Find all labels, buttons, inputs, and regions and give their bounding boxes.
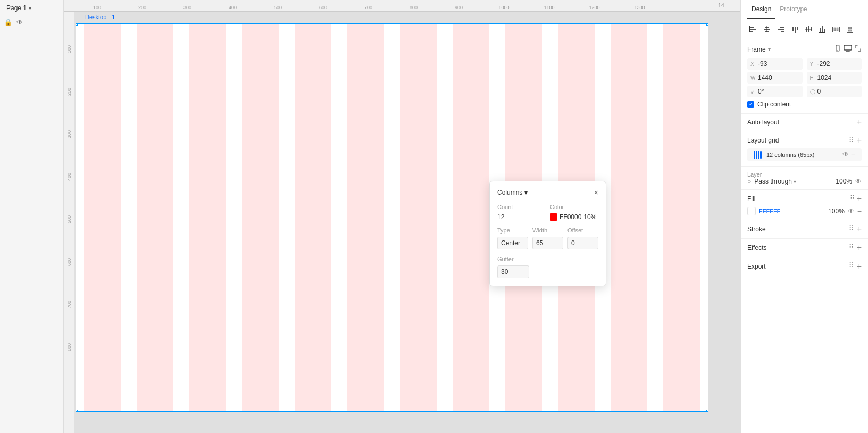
stroke-add-button[interactable]: + bbox=[857, 224, 862, 234]
lock-icon[interactable]: 🔒 bbox=[4, 19, 12, 26]
visibility-toggle-icon[interactable]: 👁 bbox=[16, 19, 23, 26]
page-label: Page 1 bbox=[6, 4, 27, 12]
fill-options-icon[interactable]: ⠿ bbox=[850, 194, 855, 204]
type-select-wrapper[interactable]: Center Left Right Stretch bbox=[497, 237, 528, 249]
page-tab[interactable]: Page 1 ▾ bbox=[0, 0, 63, 16]
canvas-frame[interactable] bbox=[76, 23, 708, 412]
svg-rect-24 bbox=[834, 28, 836, 31]
svg-rect-12 bbox=[792, 27, 794, 31]
grid-bar-2 bbox=[756, 151, 757, 159]
type-label: Type bbox=[497, 227, 528, 234]
grid-remove-button[interactable]: − bbox=[851, 151, 855, 159]
layer-opacity-value[interactable]: 100% bbox=[836, 178, 852, 185]
rotation-field[interactable]: ↙ 0° bbox=[747, 86, 803, 97]
fill-visibility-icon[interactable]: 👁 bbox=[848, 207, 854, 215]
layout-grid-options-icon[interactable]: ⠿ bbox=[849, 137, 854, 144]
svg-rect-27 bbox=[839, 27, 840, 32]
auto-layout-title: Auto layout bbox=[747, 119, 779, 126]
ruler-mark-1200: 1200 bbox=[572, 5, 617, 10]
col-stripe-5 bbox=[295, 24, 331, 411]
y-field[interactable]: Y -292 bbox=[807, 58, 862, 70]
layer-right: 100% 👁 bbox=[836, 178, 862, 185]
fill-hex-value[interactable]: FFFFFF bbox=[759, 208, 825, 214]
color-opacity[interactable]: 10% bbox=[583, 213, 596, 221]
grid-bar-1 bbox=[754, 151, 755, 159]
corner-handle-br[interactable] bbox=[706, 410, 708, 412]
fill-opacity-value[interactable]: 100% bbox=[828, 207, 845, 215]
x-field[interactable]: X -93 bbox=[747, 58, 803, 70]
col-stripe-4 bbox=[242, 24, 279, 411]
layer-visibility-icon[interactable]: 👁 bbox=[855, 178, 862, 185]
effects-title: Effects bbox=[747, 244, 766, 252]
col-stripe-11 bbox=[611, 24, 647, 411]
clip-content-checkbox[interactable] bbox=[747, 101, 754, 108]
align-center-h-button[interactable] bbox=[761, 23, 773, 35]
svg-rect-2 bbox=[750, 31, 753, 32]
corner-handle-bl[interactable] bbox=[76, 410, 78, 412]
fill-remove-button[interactable]: − bbox=[857, 207, 862, 215]
width-input[interactable] bbox=[532, 237, 563, 249]
export-add-button[interactable]: + bbox=[857, 262, 862, 271]
layer-mode-dropdown[interactable]: Pass through ▾ bbox=[754, 178, 796, 185]
tab-design[interactable]: Design bbox=[747, 0, 775, 19]
frame-mobile-icon[interactable] bbox=[834, 45, 841, 54]
color-hex[interactable]: FF0000 bbox=[560, 213, 581, 221]
ruler-mark-1000: 1000 bbox=[481, 5, 527, 10]
color-swatch[interactable] bbox=[550, 213, 557, 221]
fill-color-swatch[interactable] bbox=[747, 207, 756, 215]
align-left-button[interactable] bbox=[747, 23, 759, 35]
export-options-icon[interactable]: ⠿ bbox=[849, 262, 854, 271]
align-right-button[interactable] bbox=[775, 23, 787, 35]
corner-handle-tl[interactable] bbox=[76, 23, 78, 26]
svg-rect-29 bbox=[848, 30, 852, 31]
layer-section: Layer ○ Pass through ▾ 100% 👁 bbox=[741, 167, 868, 190]
effects-add-button[interactable]: + bbox=[857, 243, 862, 253]
width-label: Width bbox=[532, 227, 563, 234]
align-top-button[interactable] bbox=[789, 23, 800, 35]
distribute-h-button[interactable] bbox=[830, 23, 842, 35]
panel-tabs: Design Prototype bbox=[741, 0, 868, 19]
frame-desktop-icon[interactable] bbox=[844, 45, 852, 54]
type-select[interactable]: Center Left Right Stretch bbox=[497, 237, 528, 249]
columns-popup: Columns ▾ × Count Color 12 FF0000 10% Ty… bbox=[489, 181, 606, 286]
distribute-v-button[interactable] bbox=[844, 23, 856, 35]
popup-title[interactable]: Columns ▾ bbox=[497, 189, 528, 196]
ruler-left-700: 700 bbox=[66, 267, 72, 310]
ruler-mark-700: 700 bbox=[346, 5, 391, 10]
count-value[interactable]: 12 bbox=[497, 213, 546, 221]
stroke-options-icon[interactable]: ⠿ bbox=[849, 224, 854, 234]
w-field[interactable]: W 1440 bbox=[747, 72, 803, 84]
stroke-actions: ⠿ + bbox=[849, 224, 862, 234]
corner-field[interactable]: ◯ 0 bbox=[807, 86, 862, 97]
corner-handle-tr[interactable] bbox=[706, 23, 708, 26]
clip-content-label: Clip content bbox=[757, 101, 791, 108]
layout-grid-add-button[interactable]: + bbox=[857, 136, 862, 145]
h-field[interactable]: H 1024 bbox=[807, 72, 862, 84]
offset-input[interactable] bbox=[567, 237, 598, 249]
auto-layout-add-button[interactable]: + bbox=[857, 118, 862, 127]
export-actions: ⠿ + bbox=[849, 262, 862, 271]
col-stripe-3 bbox=[189, 24, 226, 411]
frame-title-chevron: ▾ bbox=[768, 46, 771, 52]
gutter-input[interactable] bbox=[497, 265, 529, 278]
ruler-mark-900: 900 bbox=[436, 5, 481, 10]
svg-rect-31 bbox=[847, 32, 853, 33]
fill-add-button[interactable]: + bbox=[857, 194, 862, 204]
popup-title-text: Columns bbox=[497, 189, 522, 196]
align-center-v-button[interactable] bbox=[803, 23, 814, 35]
ruler-left-400: 400 bbox=[66, 139, 72, 182]
popup-close-button[interactable]: × bbox=[594, 189, 598, 196]
ruler-left-300: 300 bbox=[66, 97, 72, 139]
count-label: Count bbox=[497, 204, 546, 210]
popup-count-color-row: 12 FF0000 10% bbox=[497, 213, 598, 221]
grid-visibility-icon[interactable]: 👁 bbox=[842, 151, 849, 159]
effects-options-icon[interactable]: ⠿ bbox=[849, 243, 854, 253]
tab-prototype[interactable]: Prototype bbox=[775, 0, 811, 19]
popup-header: Columns ▾ × bbox=[497, 189, 598, 196]
align-bottom-button[interactable] bbox=[816, 23, 828, 35]
frame-resize-icon[interactable] bbox=[854, 45, 862, 54]
grid-item[interactable]: 12 columns (65px) 👁 − bbox=[747, 148, 862, 161]
col-stripe-8 bbox=[453, 24, 489, 411]
x-label: X bbox=[750, 61, 756, 67]
corner-icon: ◯ bbox=[810, 89, 815, 94]
